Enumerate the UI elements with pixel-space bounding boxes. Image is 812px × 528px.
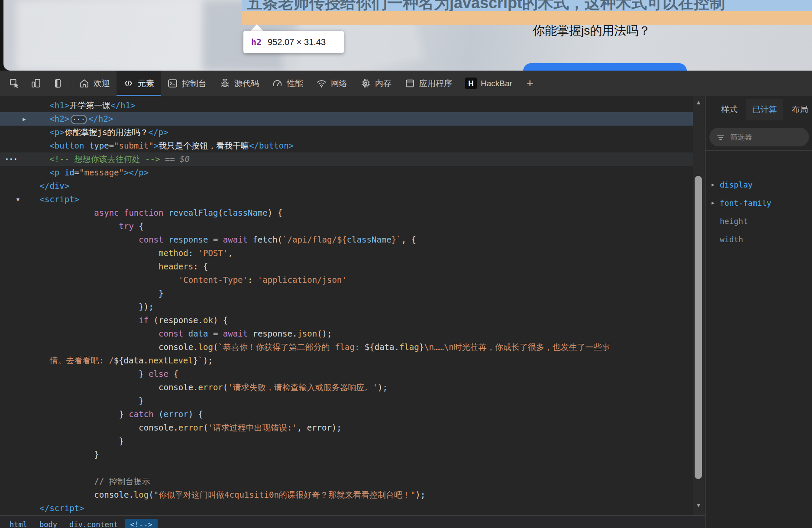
code-token bbox=[164, 208, 168, 217]
code-token: response bbox=[168, 235, 208, 244]
code-token: } bbox=[139, 396, 143, 405]
code-line[interactable]: // 控制台提示 bbox=[0, 475, 693, 488]
code-line[interactable]: } bbox=[0, 287, 693, 300]
code-line[interactable]: const data = await response.json(); bbox=[0, 327, 693, 340]
code-line[interactable]: } bbox=[0, 448, 693, 461]
code-token: response. bbox=[248, 329, 297, 338]
code-line[interactable]: console.log(`恭喜你！你获得了第二部分的 flag: ${data.… bbox=[0, 340, 693, 354]
code-line[interactable]: <h1>开学第一课</h1> bbox=[0, 99, 693, 112]
breadcrumb-item[interactable]: html bbox=[4, 519, 32, 528]
tab-网络[interactable]: 网络 bbox=[310, 71, 354, 96]
code-token: function bbox=[124, 208, 164, 217]
breadcrumb-item[interactable]: <!--> bbox=[125, 519, 158, 528]
tab-欢迎[interactable]: 欢迎 bbox=[72, 71, 116, 96]
code-token: json bbox=[297, 329, 317, 338]
code-token: error bbox=[164, 409, 188, 419]
sidebar-tab-布局[interactable]: 布局 bbox=[786, 99, 812, 120]
tab-元素[interactable]: 元素 bbox=[116, 71, 161, 96]
expand-arrow-icon[interactable]: ▶ bbox=[23, 113, 26, 126]
code-token: '请求过程中出现错误:' bbox=[208, 423, 297, 432]
code-token: className bbox=[347, 235, 391, 244]
code-token: else bbox=[149, 369, 168, 379]
code-line[interactable]: method: 'POST', bbox=[0, 246, 693, 260]
code-line[interactable]: console.error('请求失败，请检查输入或服务器响应。'); bbox=[0, 381, 693, 394]
code-line[interactable]: } bbox=[0, 434, 693, 448]
scrollbar-thumb[interactable] bbox=[695, 176, 702, 479]
code-line[interactable]: } else { bbox=[0, 367, 693, 381]
device-toolbar-icon[interactable] bbox=[30, 78, 42, 89]
code-line[interactable]: console.error('请求过程中出现错误:', error); bbox=[0, 421, 693, 434]
code-line[interactable] bbox=[0, 461, 693, 475]
code-line[interactable]: const response = await fetch(`/api/flag/… bbox=[0, 233, 693, 246]
computed-property-font-family[interactable]: ▶font-family bbox=[705, 194, 812, 212]
code-token: async bbox=[94, 208, 119, 217]
breadcrumb-item[interactable]: body bbox=[34, 519, 62, 528]
code-line[interactable]: ▼<script> bbox=[0, 193, 693, 206]
code-line[interactable]: <p>你能掌握js的用法吗？</p> bbox=[0, 126, 693, 139]
elements-scrollbar[interactable]: ▲ ▼ bbox=[693, 96, 705, 516]
code-token: ok bbox=[203, 315, 213, 325]
code-token bbox=[119, 208, 124, 217]
computed-property-height[interactable]: height bbox=[705, 212, 812, 230]
tab-内存[interactable]: 内存 bbox=[354, 71, 398, 96]
code-line[interactable]: ▶<h2>···</h2> bbox=[0, 112, 693, 126]
computed-property-display[interactable]: ▶display bbox=[705, 176, 812, 194]
code-line[interactable]: } catch (error) { bbox=[0, 408, 693, 421]
console-icon bbox=[167, 78, 178, 89]
more-tabs-button[interactable]: + bbox=[519, 71, 541, 96]
sidebar-tab-样式[interactable]: 样式 bbox=[715, 99, 744, 120]
scrollbar-down-icon[interactable]: ▼ bbox=[694, 502, 703, 509]
code-token: ); bbox=[415, 490, 425, 499]
expand-arrow-icon[interactable]: ▶ bbox=[712, 194, 715, 212]
collapsed-content-button[interactable]: ··· bbox=[71, 115, 87, 124]
code-line[interactable]: 'Content-Type': 'application/json' bbox=[0, 273, 693, 287]
code-line[interactable]: try { bbox=[0, 220, 693, 233]
code-token: await bbox=[223, 235, 248, 244]
code-line[interactable]: } bbox=[0, 394, 693, 408]
code-token: ) { bbox=[213, 315, 228, 325]
computed-filter[interactable] bbox=[709, 128, 809, 146]
breadcrumb-item[interactable]: div.content bbox=[64, 519, 123, 528]
code-line[interactable]: headers: { bbox=[0, 260, 693, 273]
code-token: id bbox=[59, 168, 74, 177]
code-line[interactable]: console.log("你似乎对这门叫做4cqu1siti0n的课很好奇？那就… bbox=[0, 488, 693, 502]
tab-控制台[interactable]: 控制台 bbox=[161, 71, 213, 96]
code-token: log bbox=[134, 490, 149, 499]
code-token: const bbox=[139, 235, 163, 244]
code-line[interactable]: •••<!-- 想想你该去往何处 --> == $0 bbox=[0, 152, 693, 166]
filter-input[interactable] bbox=[730, 133, 795, 142]
hackbar-icon: H bbox=[465, 78, 477, 89]
code-line[interactable]: <button type="submit">我只是个按钮，看我干嘛</butto… bbox=[0, 139, 693, 152]
page-submit-button[interactable] bbox=[523, 63, 687, 71]
expand-arrow-icon[interactable]: ▶ bbox=[712, 176, 715, 194]
code-line[interactable]: </div> bbox=[0, 179, 693, 193]
dock-panel-icon[interactable] bbox=[52, 78, 63, 89]
line-options-icon[interactable]: ••• bbox=[5, 152, 18, 166]
code-token: try bbox=[119, 221, 134, 231]
code-token: `/api/flag/${ bbox=[282, 235, 347, 244]
breadcrumb: htmlbodydiv.content<!--> bbox=[0, 515, 705, 528]
page-question-text: 你能掌握js的用法吗？ bbox=[533, 23, 650, 39]
wifi-icon bbox=[316, 78, 327, 89]
photo-blur-shape bbox=[16, 0, 203, 71]
code-line[interactable]: </script> bbox=[0, 502, 693, 515]
code-token: <h2> bbox=[49, 114, 69, 123]
code-token: ( bbox=[223, 382, 228, 392]
collapse-arrow-icon[interactable]: ▼ bbox=[16, 193, 19, 207]
tab-HackBar[interactable]: HHackBar bbox=[459, 71, 519, 96]
computed-property-width[interactable]: width bbox=[705, 230, 812, 249]
code-line[interactable]: async function revealFlag(className) { bbox=[0, 206, 693, 220]
code-token: = bbox=[208, 329, 223, 338]
code-token: = bbox=[109, 141, 114, 150]
code-line[interactable]: 情。去看看吧: /${data.nextLevel}`); bbox=[0, 354, 693, 367]
tab-源代码[interactable]: 源代码 bbox=[213, 71, 265, 96]
sidebar-tab-已计算[interactable]: 已计算 bbox=[746, 99, 783, 120]
scrollbar-up-icon[interactable]: ▲ bbox=[694, 99, 703, 106]
code-line[interactable]: }); bbox=[0, 300, 693, 314]
tab-应用程序[interactable]: 应用程序 bbox=[398, 71, 459, 96]
tab-性能[interactable]: 性能 bbox=[265, 71, 310, 96]
code-line[interactable]: <p id="message"></p> bbox=[0, 166, 693, 179]
code-token: 'application/json' bbox=[258, 275, 347, 285]
code-line[interactable]: if (response.ok) { bbox=[0, 314, 693, 327]
inspect-icon[interactable] bbox=[9, 78, 20, 89]
